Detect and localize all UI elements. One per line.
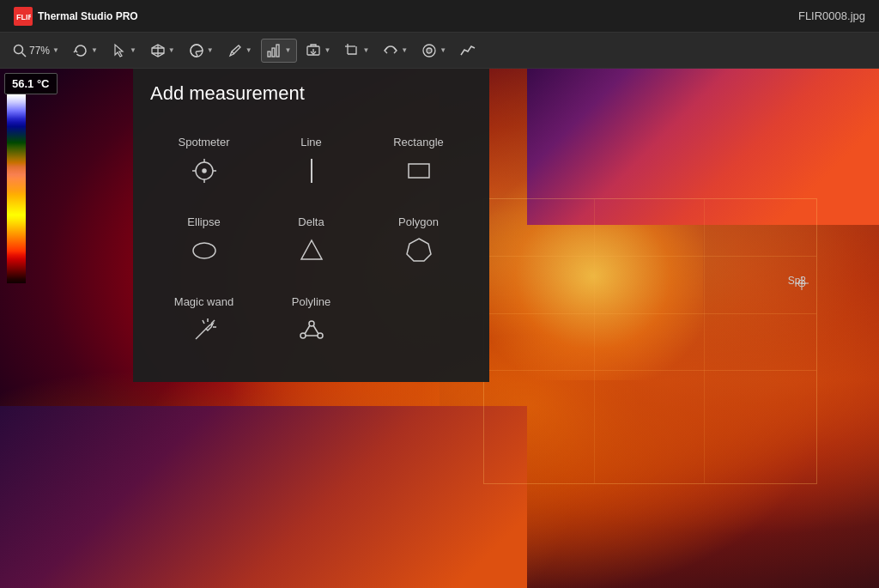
ellipse-tool[interactable]: Ellipse <box>150 202 258 282</box>
svg-rect-6 <box>272 48 275 57</box>
cursor-tool[interactable]: ▼ <box>106 39 142 62</box>
flir-logo: FLIR Thermal Studio PRO <box>14 7 138 26</box>
isotherm-dropdown-arrow: ▼ <box>440 46 446 54</box>
rectangle-label: Rectangle <box>393 136 444 149</box>
svg-point-1 <box>15 45 23 53</box>
titlebar: FLIR Thermal Studio PRO FLIR0008.jpg <box>0 0 879 33</box>
spotmeter-label: Spotmeter <box>179 136 230 149</box>
svg-text:FLIR: FLIR <box>16 13 31 21</box>
graph-tool[interactable] <box>455 39 481 62</box>
delta-tool[interactable]: Delta <box>258 202 365 282</box>
flip-tool[interactable]: ▼ <box>378 39 413 62</box>
3d-icon <box>150 43 166 58</box>
svg-line-37 <box>305 325 310 334</box>
crop-icon <box>344 43 360 58</box>
sp2-label: Sp2 <box>788 275 806 287</box>
magic-wand-label: Magic wand <box>174 295 233 308</box>
cursor-icon <box>112 43 127 58</box>
temperature-display: 56.1 °C <box>4 73 58 94</box>
polygon-tool[interactable]: Polygon <box>365 202 472 282</box>
polyline-label: Polyline <box>292 295 331 308</box>
export-dropdown-arrow: ▼ <box>324 46 330 54</box>
palette-dropdown-arrow: ▼ <box>207 46 214 54</box>
svg-marker-27 <box>407 239 431 261</box>
export-icon <box>306 43 321 58</box>
svg-rect-7 <box>276 45 279 57</box>
polyline-tool[interactable]: Polyline <box>258 282 365 361</box>
isotherm-icon <box>421 43 437 58</box>
svg-marker-29 <box>206 324 213 330</box>
svg-rect-5 <box>268 52 270 57</box>
polygon-label: Polygon <box>398 215 439 228</box>
svg-point-13 <box>427 48 432 53</box>
toolbar: 77% ▼ ▼ ▼ ▼ ▼ <box>0 33 879 69</box>
svg-line-2 <box>22 52 27 57</box>
panel-title: Add measurement <box>150 82 472 105</box>
flip-dropdown-arrow: ▼ <box>401 46 408 54</box>
titlebar-left: FLIR Thermal Studio PRO <box>14 7 138 26</box>
flip-icon <box>383 43 398 58</box>
temperature-value: 56.1 °C <box>12 77 50 90</box>
file-title: FLIR0008.jpg <box>798 9 865 22</box>
zoom-label: 77% <box>29 45 50 57</box>
measurement-grid: Spotmeter Line <box>150 122 472 361</box>
rectangle-tool[interactable]: Rectangle <box>365 122 472 202</box>
magic-wand-icon <box>191 317 218 344</box>
palette-icon <box>189 43 204 58</box>
pen-tool[interactable]: ▼ <box>222 39 258 62</box>
svg-line-33 <box>203 320 204 324</box>
spotmeter-icon <box>191 157 218 185</box>
zoom-dropdown-arrow: ▼ <box>52 46 59 54</box>
line-icon <box>298 157 325 185</box>
isotherm-tool[interactable]: ▼ <box>416 39 452 62</box>
chart-tool[interactable]: ▼ <box>261 39 298 63</box>
export-tool[interactable]: ▼ <box>300 39 336 62</box>
graph-icon <box>460 43 476 58</box>
magic-wand-tool[interactable]: Magic wand <box>150 282 258 361</box>
main-content: 56.1 °C Sp2 Add measurement Spotmeter <box>0 69 879 588</box>
crop-tool[interactable]: ▼ <box>339 39 374 62</box>
3d-tool[interactable]: ▼ <box>145 39 180 62</box>
polygon-icon <box>405 237 433 264</box>
crop-dropdown-arrow: ▼ <box>362 46 369 54</box>
rotate-icon <box>73 43 88 58</box>
cursor-dropdown-arrow: ▼ <box>130 46 136 54</box>
svg-rect-24 <box>409 164 429 178</box>
ellipse-icon <box>191 237 218 264</box>
spotmeter-tool[interactable]: Spotmeter <box>150 122 258 202</box>
flir-icon: FLIR <box>14 7 33 26</box>
rotate-dropdown-arrow: ▼ <box>91 46 98 54</box>
polyline-icon <box>298 317 325 344</box>
rectangle-icon <box>405 157 433 185</box>
ellipse-label: Ellipse <box>187 215 220 228</box>
3d-dropdown-arrow: ▼ <box>168 46 175 54</box>
svg-point-25 <box>193 243 215 258</box>
pen-dropdown-arrow: ▼ <box>246 46 252 54</box>
chart-icon <box>267 43 282 58</box>
search-icon <box>12 43 27 58</box>
color-scale-bar <box>7 94 26 283</box>
add-measurement-panel: Add measurement Spotmeter <box>133 69 489 382</box>
pen-icon <box>227 43 243 58</box>
rotate-tool[interactable]: ▼ <box>68 39 103 62</box>
delta-label: Delta <box>298 215 324 228</box>
svg-line-28 <box>196 329 206 339</box>
zoom-control[interactable]: 77% ▼ <box>7 39 64 62</box>
line-label: Line <box>300 136 322 149</box>
svg-point-22 <box>203 169 206 173</box>
svg-marker-26 <box>301 240 322 259</box>
delta-icon <box>298 237 325 264</box>
chart-dropdown-arrow: ▼ <box>285 46 292 54</box>
svg-line-38 <box>313 325 318 334</box>
line-tool[interactable]: Line <box>258 122 365 202</box>
palette-tool[interactable]: ▼ <box>184 39 219 62</box>
app-name: Thermal Studio PRO <box>38 10 138 22</box>
sp2-text: Sp2 <box>788 275 806 287</box>
